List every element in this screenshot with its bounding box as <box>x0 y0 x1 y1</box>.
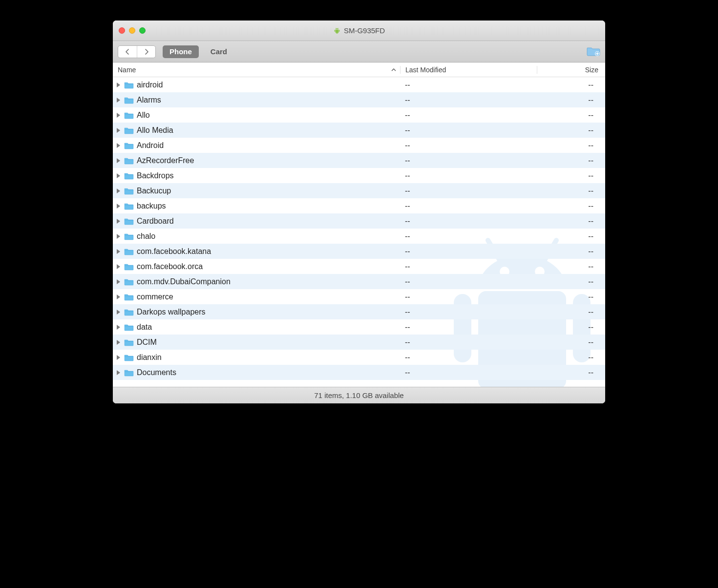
table-row[interactable]: Darkops wallpapers -- -- <box>113 304 605 319</box>
table-row[interactable]: commerce -- -- <box>113 289 605 304</box>
file-size: -- <box>537 171 605 180</box>
table-row[interactable]: Backdrops -- -- <box>113 168 605 183</box>
file-modified: -- <box>400 308 537 316</box>
nav-back-button[interactable] <box>118 46 137 58</box>
svg-rect-2 <box>339 30 340 32</box>
tab-label: Card <box>211 47 227 56</box>
table-row[interactable]: Android -- -- <box>113 138 605 153</box>
new-folder-button[interactable] <box>587 45 600 59</box>
column-size[interactable]: Size <box>537 66 605 74</box>
folder-icon <box>124 111 134 119</box>
folder-icon <box>124 248 134 255</box>
file-size: -- <box>537 156 605 165</box>
file-name: Android <box>137 141 164 150</box>
tab-label: Phone <box>169 47 192 56</box>
disclosure-triangle-icon[interactable] <box>117 370 120 375</box>
disclosure-triangle-icon[interactable] <box>117 143 120 148</box>
file-modified: -- <box>400 323 537 332</box>
svg-rect-1 <box>335 30 336 32</box>
column-modified-label: Last Modified <box>405 66 446 74</box>
file-modified: -- <box>400 338 537 347</box>
folder-icon <box>124 232 134 240</box>
file-size: -- <box>537 262 605 271</box>
table-row[interactable]: Allo -- -- <box>113 107 605 123</box>
disclosure-triangle-icon[interactable] <box>117 204 120 209</box>
file-name: Darkops wallpapers <box>137 308 206 316</box>
table-row[interactable]: com.facebook.katana -- -- <box>113 244 605 259</box>
app-window: SM-G935FD Phone Card <box>113 21 605 403</box>
tab-phone[interactable]: Phone <box>163 45 199 58</box>
status-text: 71 items, 1.10 GB available <box>314 391 403 399</box>
file-name: commerce <box>137 293 173 301</box>
columns-header: Name Last Modified Size <box>113 63 605 77</box>
table-row[interactable]: com.facebook.orca -- -- <box>113 259 605 274</box>
column-modified[interactable]: Last Modified <box>400 66 537 74</box>
file-name: Alarms <box>137 96 161 105</box>
file-size: -- <box>537 202 605 210</box>
file-name: Cardboard <box>137 217 174 226</box>
table-row[interactable]: com.mdv.DubaiCompanion -- -- <box>113 274 605 289</box>
table-row[interactable]: Backucup -- -- <box>113 183 605 198</box>
disclosure-triangle-icon[interactable] <box>117 113 120 118</box>
column-name[interactable]: Name <box>113 66 400 74</box>
sort-indicator-icon <box>391 67 396 73</box>
disclosure-triangle-icon[interactable] <box>117 98 120 103</box>
svg-line-6 <box>338 28 338 28</box>
file-size: -- <box>537 141 605 150</box>
minimize-button[interactable] <box>129 27 135 34</box>
svg-point-7 <box>336 28 337 29</box>
file-list[interactable]: airdroid -- -- Alarms -- -- Allo -- -- A… <box>113 77 605 387</box>
table-row[interactable]: data -- -- <box>113 319 605 335</box>
table-row[interactable]: AzRecorderFree -- -- <box>113 153 605 168</box>
file-size: -- <box>537 353 605 362</box>
column-name-label: Name <box>118 66 136 74</box>
disclosure-triangle-icon[interactable] <box>117 279 120 284</box>
table-row[interactable]: DCIM -- -- <box>113 335 605 350</box>
file-name: Allo <box>137 111 150 120</box>
table-row[interactable]: dianxin -- -- <box>113 350 605 365</box>
file-size: -- <box>537 247 605 256</box>
file-modified: -- <box>400 368 537 377</box>
disclosure-triangle-icon[interactable] <box>117 310 120 315</box>
file-name: AzRecorderFree <box>137 156 194 165</box>
table-row[interactable]: airdroid -- -- <box>113 77 605 92</box>
table-row[interactable]: Alarms -- -- <box>113 92 605 107</box>
table-row[interactable]: Cardboard -- -- <box>113 213 605 229</box>
disclosure-triangle-icon[interactable] <box>117 83 120 87</box>
file-name: data <box>137 323 152 332</box>
svg-line-5 <box>336 28 336 28</box>
file-modified: -- <box>400 81 537 89</box>
disclosure-triangle-icon[interactable] <box>117 173 120 178</box>
file-modified: -- <box>400 247 537 256</box>
disclosure-triangle-icon[interactable] <box>117 219 120 224</box>
disclosure-triangle-icon[interactable] <box>117 189 120 193</box>
disclosure-triangle-icon[interactable] <box>117 264 120 269</box>
file-modified: -- <box>400 171 537 180</box>
svg-rect-3 <box>336 32 337 34</box>
table-row[interactable]: backups -- -- <box>113 198 605 213</box>
nav-forward-button[interactable] <box>137 46 155 58</box>
file-name: com.facebook.orca <box>137 262 203 271</box>
file-modified: -- <box>400 262 537 271</box>
disclosure-triangle-icon[interactable] <box>117 249 120 254</box>
table-row[interactable]: Allo Media -- -- <box>113 123 605 138</box>
folder-icon <box>124 157 134 165</box>
file-size: -- <box>537 308 605 316</box>
disclosure-triangle-icon[interactable] <box>117 128 120 133</box>
close-button[interactable] <box>119 27 125 34</box>
tab-card[interactable]: Card <box>204 45 234 58</box>
file-modified: -- <box>400 111 537 120</box>
disclosure-triangle-icon[interactable] <box>117 234 120 239</box>
folder-icon <box>124 142 134 149</box>
disclosure-triangle-icon[interactable] <box>117 325 120 330</box>
file-modified: -- <box>400 156 537 165</box>
disclosure-triangle-icon[interactable] <box>117 158 120 163</box>
disclosure-triangle-icon[interactable] <box>117 340 120 345</box>
file-size: -- <box>537 217 605 226</box>
disclosure-triangle-icon[interactable] <box>117 355 120 360</box>
disclosure-triangle-icon[interactable] <box>117 294 120 299</box>
table-row[interactable]: Documents -- -- <box>113 365 605 380</box>
zoom-button[interactable] <box>139 27 146 34</box>
file-modified: -- <box>400 277 537 286</box>
table-row[interactable]: chalo -- -- <box>113 229 605 244</box>
